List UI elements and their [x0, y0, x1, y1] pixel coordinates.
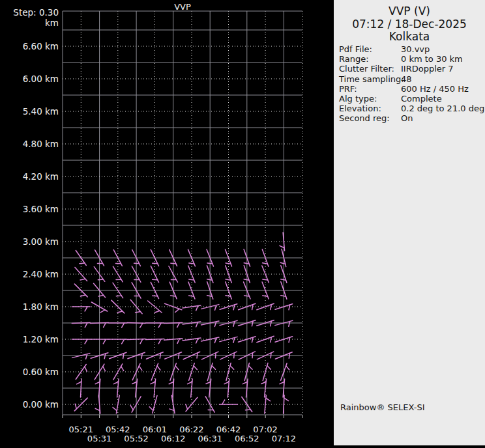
y-axis-label: 2.40 km [23, 269, 59, 279]
param-value: 0 km to 30 km [401, 54, 463, 64]
param-value: 48 [401, 74, 412, 84]
wind-barb [257, 303, 274, 310]
x-axis-label: 06:52 [235, 434, 259, 443]
param-value: 600 Hz / 450 Hz [401, 84, 469, 94]
param-row: Range: 0 km to 30 km [339, 54, 484, 64]
y-axis-label: 1.20 km [23, 334, 59, 344]
wind-barb [169, 395, 175, 413]
wind-barb [149, 395, 157, 413]
product-title: VVP (V) [334, 5, 485, 18]
param-label: Alg type: [339, 94, 377, 104]
y-axis-label: 4.20 km [23, 171, 59, 182]
y-axis-labels: 6.60 km6.00 km5.40 km4.80 km4.20 km3.60 … [23, 41, 59, 410]
param-value: 30.vvp [401, 44, 430, 54]
wind-barb [188, 266, 195, 283]
y-axis-label: 0.00 km [23, 399, 59, 410]
x-axis-label: 05:31 [87, 434, 111, 443]
x-axis-label: 05:21 [69, 425, 93, 434]
param-label: Second reg: [339, 113, 390, 123]
param-value: 0.2 deg to 21.0 deg [401, 104, 484, 113]
wind-barb [151, 363, 160, 380]
wind-barb [76, 365, 87, 380]
x-axis-label: 06:01 [143, 425, 167, 434]
x-axis-label: 05:42 [106, 425, 130, 434]
x-axis-label: 07:12 [272, 434, 296, 443]
param-label: PRF: [339, 84, 357, 94]
param-row: Elevation: 0.2 deg to 21.0 deg [339, 104, 484, 113]
param-row: Time sampling: 48 [339, 74, 484, 84]
wind-barb [113, 395, 119, 413]
wind-barb [109, 339, 127, 344]
wind-barb [95, 364, 105, 380]
wind-barb [220, 304, 237, 310]
param-row: Pdf File: 30.vvp [339, 44, 484, 54]
param-label: Range: [339, 54, 369, 64]
x-axis-labels: 05:2105:3105:4205:5206:0106:1206:2206:31… [69, 425, 297, 443]
y-axis-label: 1.80 km [23, 301, 59, 312]
wind-barb [145, 339, 164, 344]
step-label: Step: 0.30 km [0, 7, 59, 28]
info-header: VVP (V) 07:12 / 18-Dec-2025 Kolkata [334, 5, 485, 44]
x-axis-label: 07:02 [253, 425, 277, 434]
param-row: Alg type: Complete [339, 94, 484, 104]
param-value: On [401, 113, 413, 123]
wind-barb [74, 398, 87, 411]
param-label: Elevation: [339, 104, 381, 113]
param-row: PRF: 600 Hz / 450 Hz [339, 84, 484, 94]
y-axis-label: 5.40 km [23, 106, 59, 117]
chart-title: VVP [63, 2, 302, 12]
y-axis-label: 6.00 km [23, 74, 59, 84]
wind-barb [72, 307, 90, 311]
wind-barb [132, 363, 142, 380]
param-label: Clutter Filter: [339, 64, 394, 74]
y-axis-label: 6.60 km [23, 41, 59, 51]
info-panel: VVP (V) 07:12 / 18-Dec-2025 Kolkata Pdf … [334, 0, 485, 445]
wind-barb [265, 395, 271, 413]
y-axis-label: 3.00 km [23, 236, 59, 247]
wind-barb [72, 339, 90, 344]
x-axis-label: 06:22 [179, 425, 203, 434]
param-label: Pdf File: [339, 44, 372, 54]
product-datetime: 07:12 / 18-Dec-2025 [334, 18, 485, 31]
site-name: Kolkata [334, 31, 485, 44]
y-axis-label: 4.80 km [23, 139, 59, 149]
brand-label: Rainbow® SELEX-SI [340, 402, 425, 412]
param-row: Clutter Filter: IIRDoppler 7 [339, 64, 484, 74]
y-axis-label: 3.60 km [23, 204, 59, 214]
param-label: Time sampling: [339, 74, 404, 84]
wind-barb [113, 266, 123, 282]
x-axis-label: 06:31 [198, 434, 222, 443]
wind-barb [262, 266, 269, 283]
param-list: Pdf File: 30.vvp Range: 0 km to 30 km Cl… [339, 44, 484, 124]
wind-barb [151, 266, 158, 282]
x-axis-label: 06:42 [216, 425, 241, 434]
x-axis-label: 05:52 [124, 434, 148, 443]
wind-barb [226, 266, 232, 283]
wind-barb [263, 363, 271, 381]
param-row: Second reg: On [339, 113, 484, 123]
param-value: IIRDoppler 7 [401, 64, 454, 74]
param-value: Complete [401, 94, 442, 104]
vvp-product-window: 6.60 km6.00 km5.40 km4.80 km4.20 km3.60 … [0, 0, 485, 448]
y-axis-label: 0.60 km [23, 367, 59, 377]
wind-barb [183, 322, 201, 327]
x-axis-label: 06:12 [161, 434, 185, 443]
grid-lines [63, 11, 302, 418]
vvp-time-height-chart: 6.60 km6.00 km5.40 km4.80 km4.20 km3.60 … [0, 0, 334, 448]
wind-barb [72, 354, 90, 359]
